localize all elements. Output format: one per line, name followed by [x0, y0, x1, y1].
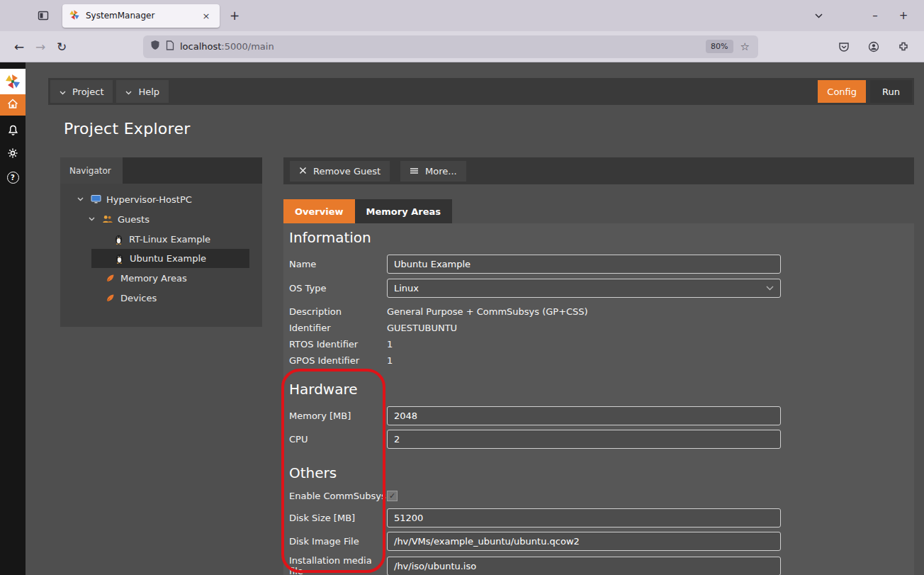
run-button[interactable]: Run [870, 80, 912, 103]
chevron-down-icon [125, 86, 132, 97]
app-logo [0, 69, 26, 94]
enable-commsubsys-row: Enable CommSubsys ✓ [289, 489, 914, 503]
forward-icon[interactable]: → [30, 36, 51, 57]
leaf-icon [104, 292, 116, 303]
cpu-input[interactable] [387, 430, 781, 449]
rtos-identifier-row: RTOS Identifier 1 [289, 337, 914, 352]
hamburger-icon [410, 166, 419, 177]
more-button[interactable]: More... [400, 161, 466, 182]
new-tab-button[interactable]: + [224, 5, 245, 26]
memory-label: Memory [MB] [289, 411, 387, 421]
rtos-identifier-label: RTOS Identifier [289, 339, 387, 350]
os-type-row: OS Type Linux [289, 279, 914, 298]
window-minimize-button[interactable]: – [866, 6, 884, 25]
window-maximize-button[interactable]: + [894, 6, 913, 25]
identifier-row: Identifier GUESTUBUNTU [289, 320, 914, 335]
disk-image-label: Disk Image File [289, 536, 387, 547]
list-all-tabs-icon[interactable] [809, 6, 828, 25]
disk-size-label: Disk Size [MB] [289, 513, 387, 523]
url-bar[interactable]: localhost:5000/main 80% ☆ [143, 35, 758, 58]
host-icon [90, 194, 101, 205]
os-type-value: Linux [394, 283, 766, 294]
memory-input[interactable] [387, 406, 781, 425]
tree-item-label: Guests [118, 214, 150, 225]
tab-manager-icon[interactable] [33, 5, 54, 26]
check-icon: ✓ [389, 491, 395, 501]
tree-item-label: Ubuntu Example [130, 253, 206, 264]
os-type-select[interactable]: Linux [387, 279, 781, 298]
pocket-icon[interactable] [833, 36, 855, 57]
gear-icon [7, 147, 18, 162]
rail-settings-button[interactable] [0, 144, 26, 165]
name-input[interactable] [387, 255, 781, 274]
identifier-value: GUESTUBUNTU [387, 323, 457, 333]
site-favicon-icon [69, 9, 80, 23]
window-controls: – + [809, 6, 918, 25]
tab-close-icon[interactable]: × [199, 9, 213, 23]
tab-memory-areas[interactable]: Memory Areas [355, 199, 452, 223]
config-button-label: Config [827, 86, 857, 97]
others-section-title: Others [289, 463, 914, 483]
description-row: Description General Purpose + CommSubsys… [289, 304, 914, 319]
close-icon [299, 166, 307, 177]
information-section-title: Information [289, 228, 914, 247]
chevron-down-icon[interactable] [86, 217, 97, 221]
tree-item-rt-linux-example[interactable]: RT-Linux Example [60, 229, 262, 249]
disk-size-input[interactable] [387, 508, 781, 527]
hardware-section-title: Hardware [289, 379, 914, 399]
help-menu-button[interactable]: Help [116, 80, 169, 103]
leaf-icon [104, 272, 116, 284]
cpu-row: CPU [289, 430, 914, 449]
installation-media-input[interactable] [387, 557, 781, 575]
account-icon[interactable] [863, 36, 884, 57]
tree-item-label: Devices [120, 293, 157, 303]
bell-icon [8, 125, 18, 139]
page-info-icon[interactable] [166, 40, 174, 53]
page-title: Project Explorer [64, 120, 191, 138]
gpos-identifier-value: 1 [387, 355, 393, 366]
rail-notifications-button[interactable] [0, 121, 26, 143]
extensions-icon[interactable] [893, 36, 914, 57]
config-button[interactable]: Config [818, 80, 866, 103]
rail-home-button[interactable] [0, 94, 26, 116]
installation-media-label: Installation media file [289, 555, 387, 575]
tracking-protection-icon[interactable] [150, 40, 160, 53]
penguin-icon [113, 233, 124, 245]
tree-item-ubuntu-example-selected[interactable]: Ubuntu Example [91, 249, 249, 268]
help-icon: ? [7, 172, 19, 184]
chevron-down-icon [60, 86, 66, 97]
remove-guest-button[interactable]: Remove Guest [290, 161, 390, 182]
rail-help-button[interactable]: ? [0, 167, 26, 188]
app-root: ? Project Help Config Run Project Explor… [0, 62, 924, 575]
browser-tab-bar: SystemManager × + – + [0, 0, 924, 31]
browser-tab[interactable]: SystemManager × [62, 4, 220, 28]
tree-item-devices[interactable]: Devices [60, 288, 262, 308]
navbar-right-icons [833, 36, 915, 57]
detail-tabs: Overview Memory Areas [283, 199, 452, 223]
disk-image-input[interactable] [387, 532, 781, 551]
navigator-panel: Navigator Hypervisor-HostPC Guests RT-Li… [60, 157, 262, 327]
tab-overview[interactable]: Overview [283, 199, 355, 223]
overview-panel: Information Name OS Type Linux Descripti… [283, 223, 914, 575]
home-icon [7, 99, 18, 112]
browser-nav-bar: ← → ↻ localhost:5000/main 80% ☆ [0, 31, 924, 62]
tree-item-label: Memory Areas [120, 273, 187, 284]
bookmark-star-icon[interactable]: ☆ [739, 40, 751, 53]
run-button-label: Run [882, 86, 900, 97]
zoom-level-badge[interactable]: 80% [706, 40, 733, 53]
tree-item-guests[interactable]: Guests [60, 209, 262, 229]
url-host: localhost [180, 41, 221, 52]
description-value: General Purpose + CommSubsys (GP+CSS) [387, 306, 588, 317]
navigator-header: Navigator [60, 157, 262, 184]
tree-item-hypervisor-hostpc[interactable]: Hypervisor-HostPC [60, 189, 262, 209]
navigator-title-tab[interactable]: Navigator [60, 157, 123, 184]
chevron-down-icon[interactable] [74, 197, 86, 201]
reload-icon[interactable]: ↻ [51, 36, 72, 57]
tree-item-memory-areas[interactable]: Memory Areas [60, 268, 262, 288]
more-button-label: More... [425, 166, 457, 177]
penguin-icon [113, 253, 125, 264]
enable-commsubsys-checkbox[interactable]: ✓ [387, 491, 398, 501]
project-menu-label: Project [72, 86, 103, 97]
project-menu-button[interactable]: Project [50, 80, 113, 103]
back-icon[interactable]: ← [9, 36, 30, 57]
